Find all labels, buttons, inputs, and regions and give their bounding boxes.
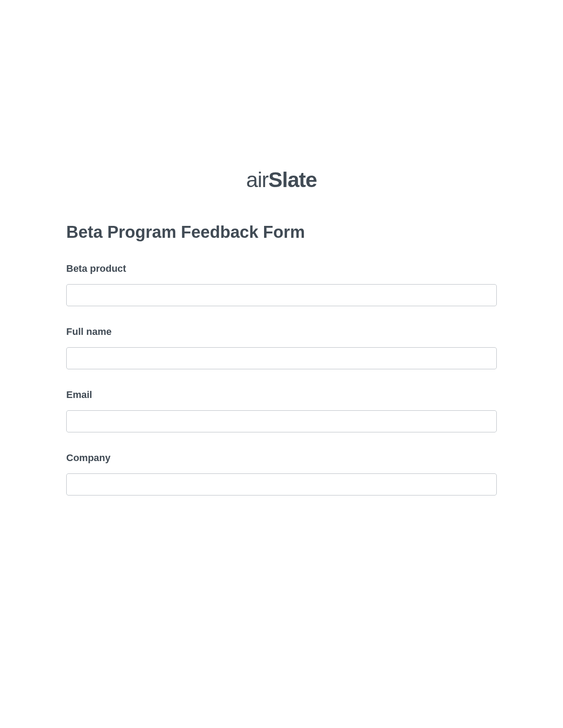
logo-text: airSlate xyxy=(246,168,317,191)
logo: airSlate xyxy=(66,168,497,192)
label-company: Company xyxy=(66,452,497,464)
form-title: Beta Program Feedback Form xyxy=(66,223,497,242)
field-company: Company xyxy=(66,452,497,495)
input-company[interactable] xyxy=(66,473,497,495)
field-full-name: Full name xyxy=(66,326,497,369)
form-container: airSlate Beta Program Feedback Form Beta… xyxy=(66,172,497,515)
logo-part1: air xyxy=(246,168,268,191)
input-beta-product[interactable] xyxy=(66,284,497,306)
logo-part2: Slate xyxy=(268,168,317,191)
field-beta-product: Beta product xyxy=(66,263,497,306)
input-full-name[interactable] xyxy=(66,347,497,369)
label-beta-product: Beta product xyxy=(66,263,497,274)
label-email: Email xyxy=(66,389,497,401)
field-email: Email xyxy=(66,389,497,432)
input-email[interactable] xyxy=(66,410,497,432)
label-full-name: Full name xyxy=(66,326,497,338)
